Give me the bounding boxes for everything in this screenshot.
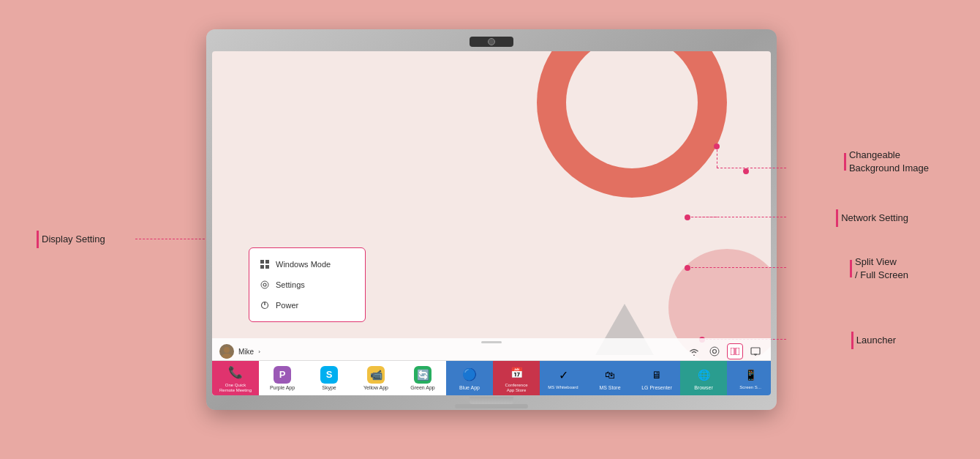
app-yellow[interactable]: 📹 Yellow App bbox=[353, 361, 399, 396]
split-line2: / Full Screen bbox=[855, 269, 908, 282]
app-ms-store-label: MS Store bbox=[599, 385, 620, 391]
app-screen-share-icon: 📱 bbox=[742, 366, 759, 384]
svg-point-10 bbox=[713, 350, 717, 354]
split-view-button[interactable] bbox=[727, 343, 743, 359]
webcam-bar bbox=[212, 35, 771, 48]
network-marker bbox=[836, 209, 838, 227]
split-text: Split View / Full Screen bbox=[855, 255, 908, 282]
windows-mode-label: Windows Mode bbox=[276, 260, 331, 269]
app-purple-label: Purple App bbox=[270, 385, 295, 391]
app-blue[interactable]: 🔵 Blue App bbox=[446, 361, 493, 396]
power-menu-icon bbox=[260, 300, 270, 310]
annotation-marker bbox=[37, 231, 39, 248]
app-screen-share[interactable]: 📱 Screen S... bbox=[727, 361, 771, 396]
app-green[interactable]: 🔄 Green App bbox=[399, 361, 446, 396]
svg-rect-13 bbox=[736, 348, 739, 355]
changeable-line1: Changeable bbox=[849, 149, 929, 162]
app-purple[interactable]: P Purple App bbox=[259, 361, 306, 396]
app-lg-presenter-label: LG Presenter bbox=[641, 385, 672, 391]
monitor-stand bbox=[470, 397, 513, 404]
display-setting-line bbox=[135, 239, 208, 239]
app-whiteboard-icon: ✓ bbox=[554, 366, 572, 384]
app-browser[interactable]: 🌐 Browser bbox=[680, 361, 727, 396]
svg-rect-12 bbox=[731, 348, 734, 355]
app-skype-label: Skype bbox=[322, 385, 336, 391]
app-green-label: Green App bbox=[410, 385, 434, 391]
app-green-icon: 🔄 bbox=[414, 366, 431, 384]
power-item[interactable]: Power bbox=[249, 295, 365, 316]
svg-rect-2 bbox=[260, 265, 264, 269]
network-setting-label: Network Setting bbox=[841, 212, 908, 225]
bg-image-dot bbox=[743, 168, 749, 174]
taskbar-arrow: › bbox=[258, 348, 260, 355]
app-blue-label: Blue App bbox=[459, 385, 480, 391]
app-one-quick-icon: 📞 bbox=[227, 364, 244, 381]
changeable-marker bbox=[844, 153, 846, 171]
app-one-quick[interactable]: 📞 One QuickRemote Meeting bbox=[212, 361, 259, 396]
monitor: Windows Mode Settings Power bbox=[206, 29, 777, 410]
network-setting-annotation: Network Setting bbox=[836, 209, 908, 227]
launcher-marker bbox=[851, 332, 853, 349]
app-whiteboard[interactable]: ✓ MS Whiteboard bbox=[540, 361, 587, 396]
split-view-annotation: Split View / Full Screen bbox=[850, 255, 908, 282]
monitor-button[interactable] bbox=[747, 343, 764, 359]
app-browser-icon: 🌐 bbox=[695, 366, 712, 384]
app-conference[interactable]: 📅 ConferenceApp Store bbox=[493, 361, 540, 396]
svg-point-4 bbox=[263, 283, 266, 286]
taskbar-username: Mike bbox=[238, 348, 254, 356]
taskbar-divider bbox=[481, 341, 502, 343]
taskbar: Mike › bbox=[212, 338, 771, 360]
settings-menu-icon bbox=[260, 280, 270, 290]
context-menu[interactable]: Windows Mode Settings Power bbox=[249, 247, 366, 322]
svg-rect-3 bbox=[265, 265, 269, 269]
app-yellow-icon: 📹 bbox=[367, 366, 385, 384]
svg-rect-1 bbox=[265, 260, 269, 264]
taskbar-left: Mike › bbox=[219, 344, 260, 359]
webcam bbox=[470, 37, 513, 47]
settings-label: Settings bbox=[276, 280, 305, 289]
svg-point-11 bbox=[710, 347, 719, 356]
webcam-lens bbox=[488, 38, 495, 45]
app-one-quick-label: One QuickRemote Meeting bbox=[219, 383, 252, 392]
svg-point-8 bbox=[224, 347, 230, 353]
display-setting-annotation: Display Setting bbox=[37, 231, 105, 248]
app-ms-store[interactable]: 🛍 MS Store bbox=[587, 361, 633, 396]
settings-button[interactable] bbox=[706, 343, 723, 359]
taskbar-right[interactable] bbox=[686, 343, 764, 359]
user-avatar bbox=[219, 344, 234, 359]
changeable-text: Changeable Background Image bbox=[849, 149, 929, 175]
launcher-bar: 📞 One QuickRemote Meeting P Purple App S… bbox=[212, 360, 771, 395]
app-blue-icon: 🔵 bbox=[461, 366, 478, 384]
svg-point-5 bbox=[261, 281, 268, 288]
app-lg-presenter-icon: 🖥 bbox=[648, 366, 666, 384]
split-line1: Split View bbox=[855, 255, 908, 269]
power-label: Power bbox=[276, 301, 298, 310]
app-screen-share-label: Screen S... bbox=[739, 385, 761, 390]
svg-rect-0 bbox=[260, 260, 264, 264]
app-whiteboard-label: MS Whiteboard bbox=[548, 385, 578, 390]
windows-mode-item[interactable]: Windows Mode bbox=[249, 254, 365, 275]
app-skype[interactable]: S Skype bbox=[306, 361, 353, 396]
split-marker bbox=[850, 260, 852, 277]
display-setting-label: Display Setting bbox=[42, 233, 105, 246]
windows-icon bbox=[260, 259, 270, 269]
app-skype-icon: S bbox=[320, 366, 338, 384]
app-yellow-label: Yellow App bbox=[363, 385, 388, 391]
app-conference-icon: 📅 bbox=[508, 364, 525, 381]
app-conference-label: ConferenceApp Store bbox=[505, 383, 527, 392]
app-lg-presenter[interactable]: 🖥 LG Presenter bbox=[633, 361, 680, 396]
svg-point-9 bbox=[222, 354, 232, 359]
svg-rect-14 bbox=[751, 348, 760, 354]
app-browser-label: Browser bbox=[694, 385, 713, 391]
app-purple-icon: P bbox=[274, 366, 291, 384]
changeable-bg-annotation: Changeable Background Image bbox=[844, 149, 929, 175]
screen: Windows Mode Settings Power bbox=[212, 51, 771, 395]
monitor-base bbox=[455, 404, 528, 408]
settings-item[interactable]: Settings bbox=[249, 275, 365, 295]
app-ms-store-icon: 🛍 bbox=[601, 366, 619, 384]
launcher-label: Launcher bbox=[856, 334, 896, 347]
launcher-annotation: Launcher bbox=[851, 332, 896, 349]
wifi-button[interactable] bbox=[686, 343, 702, 359]
changeable-line2: Background Image bbox=[849, 162, 929, 175]
